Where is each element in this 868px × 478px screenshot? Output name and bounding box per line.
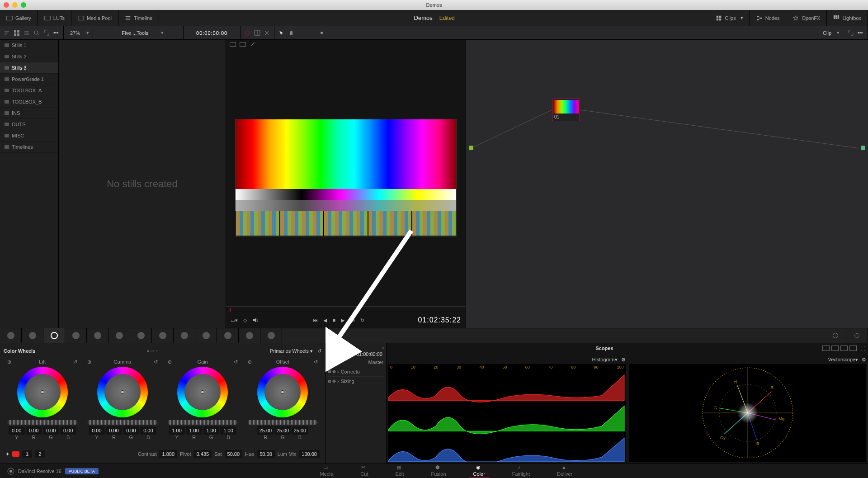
wheel-value[interactable]: 1.00 [220, 426, 236, 435]
view-grid-icon[interactable] [14, 30, 20, 36]
pivot-value[interactable]: 0.435 [193, 450, 212, 458]
3d-tab[interactable] [260, 328, 282, 343]
first-frame-icon[interactable]: ⏮ [313, 317, 318, 323]
viewer-canvas[interactable] [226, 49, 466, 306]
timeline-button[interactable]: Timeline [118, 10, 159, 26]
page-deliver[interactable]: ▲Deliver [552, 464, 577, 478]
wheel-value[interactable]: 0.00 [89, 426, 105, 435]
vectorscope-label[interactable]: Vectorscope [828, 357, 855, 362]
wheel-value[interactable]: 25.00 [257, 426, 274, 435]
highlight-icon[interactable] [264, 30, 270, 36]
stills-album-item[interactable]: OUTS [0, 119, 58, 130]
stills-album-item[interactable]: PowerGrade 1 [0, 74, 58, 85]
clip-name[interactable]: Five ...Tools [113, 30, 157, 36]
lightbox-button[interactable]: Lightbox [827, 10, 868, 26]
color-wheel[interactable] [17, 367, 68, 417]
page-2-button[interactable]: 2 [35, 450, 45, 458]
scopes-expand-icon[interactable]: ⛶ [860, 345, 865, 351]
sat-value[interactable]: 50.00 [225, 450, 243, 458]
viewer-options-icon[interactable]: ▭▾ [231, 317, 238, 323]
picker-icon[interactable]: ⊕ [7, 359, 11, 365]
lummix-value[interactable]: 100.00 [299, 450, 320, 458]
wheel-value[interactable]: 0.00 [123, 426, 139, 435]
expand-nodes-icon[interactable] [848, 30, 854, 36]
wheels-reset-icon[interactable]: ↺ [317, 348, 321, 354]
auto-balance-icon[interactable]: ✦ [5, 451, 9, 457]
media-pool-button[interactable]: Media Pool [71, 10, 118, 26]
camera-raw-tab[interactable] [0, 328, 22, 343]
node-output-icon[interactable] [861, 146, 865, 150]
magic-wand-icon[interactable] [250, 41, 256, 47]
viewer-mode-b-icon[interactable] [240, 42, 246, 47]
page-cut[interactable]: ✂Cut [356, 464, 373, 478]
flag-color-icon[interactable] [12, 451, 19, 457]
keyframes-timecode[interactable]: 01:00:00:00 [327, 350, 384, 358]
key-tab[interactable] [217, 328, 239, 343]
motion-effects-tab[interactable] [87, 328, 108, 343]
reset-wheel-icon[interactable]: ↺ [314, 359, 318, 365]
wheel-value[interactable]: 1.00 [203, 426, 219, 435]
curves-tab[interactable] [108, 328, 130, 343]
color-wheel[interactable] [97, 367, 148, 417]
color-wheel[interactable] [177, 367, 228, 417]
openfx-button[interactable]: OpenFX [786, 10, 827, 26]
contrast-value[interactable]: 1.000 [159, 450, 177, 458]
clip-dropdown[interactable]: Clip [823, 30, 831, 36]
master-jog[interactable] [248, 420, 317, 425]
blur-tab[interactable] [195, 328, 217, 343]
info-icon[interactable]: ⓘ [846, 328, 868, 343]
page-edit[interactable]: ▤Edit [391, 464, 409, 478]
stills-album-item[interactable]: TOOLBOX_A [0, 85, 58, 96]
picker-icon[interactable]: ⊕ [87, 359, 91, 365]
page-fairlight[interactable]: ♪Fairlight [508, 464, 534, 478]
bypass-icon[interactable]: ◇ [243, 317, 247, 323]
vectorscope-options-icon[interactable]: ⚙ [862, 357, 866, 363]
reset-wheel-icon[interactable]: ↺ [234, 359, 238, 365]
kf-corrector-row[interactable]: ›Correcto [327, 367, 384, 377]
page-1-button[interactable]: 1 [22, 450, 32, 458]
node-01[interactable]: 01 [552, 99, 580, 121]
master-jog[interactable] [8, 420, 77, 425]
search-icon[interactable] [33, 30, 40, 36]
tracker-tab[interactable] [174, 328, 195, 343]
wheel-value[interactable]: 0.00 [43, 426, 59, 435]
hue-value[interactable]: 50.00 [257, 450, 275, 458]
more-nodes-icon[interactable]: ••• [858, 30, 864, 36]
view-list-icon[interactable] [24, 30, 30, 36]
keyframe-toggle-icon[interactable] [825, 328, 846, 343]
luts-button[interactable]: LUTs [38, 10, 71, 26]
stills-album-item[interactable]: TOOLBOX_B [0, 96, 58, 108]
page-fusion[interactable]: ⬢Fusion [427, 464, 451, 478]
keyframes-close-icon[interactable]: × [382, 345, 384, 350]
split-screen-icon[interactable] [254, 30, 260, 36]
image-wipe-icon[interactable] [244, 30, 250, 36]
transport-timecode[interactable]: 01:02:35:22 [418, 316, 461, 324]
wheel-value[interactable]: 0.00 [106, 426, 122, 435]
histogram-options-icon[interactable]: ⚙ [621, 357, 626, 363]
stills-album-item[interactable]: MISC [0, 130, 58, 142]
kf-master-row[interactable]: Master [327, 358, 384, 367]
color-match-tab[interactable] [22, 328, 43, 343]
reset-wheel-icon[interactable]: ↺ [154, 359, 158, 365]
hand-icon[interactable] [288, 30, 294, 36]
play-icon[interactable]: ▶ [341, 317, 344, 323]
picker-icon[interactable]: ⊕ [168, 359, 172, 365]
zoom-window-icon[interactable] [21, 2, 26, 8]
wheels-mode-dropdown[interactable]: Primaries Wheels ▾ [270, 348, 313, 354]
master-jog[interactable] [168, 420, 237, 425]
wheel-value[interactable]: 0.00 [60, 426, 76, 435]
page-media[interactable]: ▭Media [315, 464, 338, 478]
page-color[interactable]: ◉Color [469, 464, 490, 478]
stills-album-item[interactable]: Stills 1 [0, 40, 58, 51]
viewer-scrubber[interactable] [226, 306, 466, 312]
master-jog[interactable] [88, 420, 157, 425]
qualifier-tab[interactable] [130, 328, 152, 343]
more-icon[interactable]: ••• [53, 30, 60, 36]
wheel-value[interactable]: 25.00 [292, 426, 308, 435]
wheel-value[interactable]: 1.00 [169, 426, 185, 435]
stills-album-item[interactable]: Stills 3 [0, 62, 58, 74]
clips-button[interactable]: Clips▾ [709, 10, 750, 26]
nodes-pane[interactable]: 01 [466, 40, 868, 328]
stills-album-item[interactable]: INS [0, 108, 58, 119]
color-wheel[interactable] [257, 367, 308, 417]
